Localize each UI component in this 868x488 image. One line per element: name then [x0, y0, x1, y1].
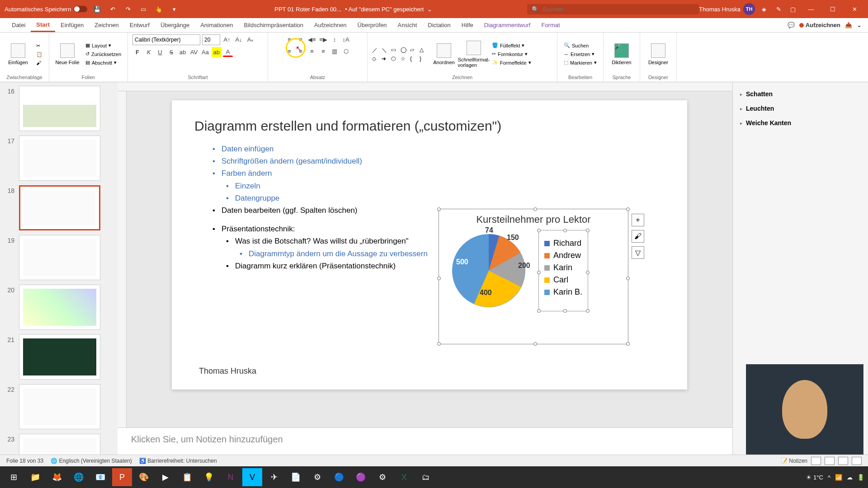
window-icon[interactable]: ▢	[788, 4, 798, 14]
slide-thumbnail[interactable]	[19, 136, 100, 181]
quickstyles-button[interactable]: Schnellformat-vorlagen	[460, 36, 487, 72]
close-button[interactable]: ✕	[845, 0, 863, 18]
tab-zeichnen[interactable]: Zeichnen	[89, 19, 124, 31]
ribbon-collapse-icon[interactable]: ⌄	[857, 22, 862, 28]
minimize-button[interactable]: —	[802, 0, 820, 18]
replace-button[interactable]: ↔ Ersetzen ▾	[562, 50, 599, 58]
bullets-button[interactable]: ≡	[284, 34, 294, 44]
panel-glow[interactable]: ▸Leuchten	[740, 101, 861, 116]
slideshow-view-button[interactable]	[852, 457, 862, 465]
smartart-button[interactable]: ⬡	[341, 46, 351, 56]
italic-button[interactable]: K	[144, 47, 154, 57]
record-button[interactable]: Aufzeichnen	[799, 22, 840, 28]
spacing-button[interactable]: AV	[189, 47, 199, 57]
tab-aufzeichnen[interactable]: Aufzeichnen	[309, 19, 352, 31]
tab-hilfe[interactable]: Hilfe	[456, 19, 479, 31]
increase-font-button[interactable]: A↑	[222, 34, 232, 44]
arrange-button[interactable]: Anordnen	[430, 36, 458, 72]
numbering-button[interactable]: ≡	[296, 34, 306, 44]
title-dropdown-icon[interactable]: ⌄	[427, 6, 432, 13]
slide-thumbnail[interactable]	[19, 334, 100, 380]
slideshow-icon[interactable]: ▭	[138, 4, 149, 14]
pie-chart[interactable]: 74 150 200 400 500	[448, 230, 529, 311]
strike-button[interactable]: S̶	[166, 47, 176, 57]
underline-button[interactable]: U	[155, 47, 165, 57]
designer-button[interactable]: Designer	[645, 36, 672, 72]
outlook-icon[interactable]: 📧	[90, 468, 110, 486]
normal-view-button[interactable]	[811, 457, 821, 465]
comments-icon[interactable]: 💬	[788, 22, 795, 28]
vlc-icon[interactable]: ▶	[156, 468, 175, 486]
share-icon[interactable]: 📤	[845, 22, 852, 28]
powerpoint-icon[interactable]: P	[112, 468, 132, 486]
chart-filter-button[interactable]: ▽	[632, 246, 644, 259]
bullet-list[interactable]: Daten einfügen Schriftgrößen ändern (ges…	[194, 143, 665, 216]
shapes-gallery[interactable]: ／＼▭◯▱△ ◇➜⬡☆{}	[372, 47, 428, 62]
chrome-icon[interactable]: 🌐	[69, 468, 89, 486]
tab-ueberpruefen[interactable]: Überprüfen	[352, 19, 392, 31]
firefox-icon[interactable]: 🦊	[47, 468, 67, 486]
textdir-button[interactable]: ↕A	[341, 34, 351, 44]
tab-start[interactable]: Start	[31, 19, 55, 32]
chart-title[interactable]: Kursteilnehmer pro Lektor	[439, 209, 628, 230]
save-icon[interactable]: 💾	[92, 4, 103, 14]
notes-pane[interactable]: Klicken Sie, um Notizen hinzuzufügen	[118, 427, 732, 455]
sorter-view-button[interactable]	[825, 457, 835, 465]
battery-icon[interactable]: 🔋	[857, 474, 864, 481]
select-button[interactable]: ⬚ Markieren ▾	[562, 59, 599, 66]
pen-icon[interactable]: ✎	[773, 4, 784, 14]
maximize-button[interactable]: ☐	[824, 0, 842, 18]
new-slide-button[interactable]: Neue Folie	[54, 36, 81, 72]
font-name-combo[interactable]: Calibri (Textkörper)	[132, 34, 200, 45]
qat-more-icon[interactable]: ▾	[169, 4, 179, 14]
font-size-combo[interactable]: 20	[202, 34, 220, 45]
diamond-icon[interactable]: ◈	[759, 4, 769, 14]
outline-button[interactable]: ✏ Formkontur ▾	[490, 50, 533, 58]
chart-style-button[interactable]: 🖌	[632, 230, 644, 243]
tab-diagrammentwurf[interactable]: Diagrammentwurf	[479, 19, 536, 31]
linespacing-button[interactable]: ↕	[330, 34, 340, 44]
reading-view-button[interactable]	[838, 457, 848, 465]
font-color-button[interactable]: A	[223, 47, 233, 57]
tab-dictation[interactable]: Dictation	[422, 19, 456, 31]
paste-button[interactable]: Einfügen	[5, 36, 32, 72]
columns-button[interactable]: ▥	[330, 46, 340, 56]
layout-button[interactable]: ▦ Layout ▾	[84, 42, 123, 49]
app-icon[interactable]: 🟣	[351, 468, 371, 486]
tab-entwurf[interactable]: Entwurf	[124, 19, 155, 31]
reset-button[interactable]: ↺ Zurücksetzen	[84, 50, 123, 58]
app-icon[interactable]: 🔵	[329, 468, 349, 486]
app-icon[interactable]: V	[242, 468, 262, 486]
undo-icon[interactable]: ↶	[107, 4, 118, 14]
shadow-button[interactable]: ab	[178, 47, 188, 57]
copy-button[interactable]: 📋	[34, 51, 44, 58]
explorer-icon[interactable]: 📁	[25, 468, 45, 486]
outdent-button[interactable]: ◀≡	[307, 34, 317, 44]
fill-button[interactable]: 🪣 Fülleffekt ▾	[490, 42, 533, 49]
search-input[interactable]	[542, 6, 694, 13]
format-painter-button[interactable]: 🖌	[34, 59, 44, 66]
panel-softedges[interactable]: ▸Weiche Kanten	[740, 116, 861, 130]
case-button[interactable]: Aa	[200, 47, 210, 57]
slide-title[interactable]: Diagramm erstellen und formatieren („cus…	[194, 118, 665, 134]
notes-toggle[interactable]: 📝 Notizen	[781, 458, 807, 464]
tab-uebergaenge[interactable]: Übergänge	[155, 19, 195, 31]
tab-ansicht[interactable]: Ansicht	[392, 19, 423, 31]
effects-button[interactable]: ✨ Formeffekte ▾	[490, 59, 533, 66]
app-icon[interactable]: 📋	[177, 468, 197, 486]
slide-thumbnail[interactable]	[19, 384, 100, 429]
indent-button[interactable]: ≡▶	[318, 34, 328, 44]
user-badge[interactable]: Thomas Hruska TH	[699, 3, 755, 15]
cloud-icon[interactable]: ☁	[847, 474, 853, 481]
align-left-button[interactable]: ≡	[284, 46, 294, 56]
settings-icon[interactable]: ⚙	[373, 468, 392, 486]
slide-thumbnail-active[interactable]	[19, 185, 100, 230]
slide-thumbnail[interactable]	[19, 285, 100, 330]
excel-icon[interactable]: X	[394, 468, 414, 486]
justify-button[interactable]: ≡	[318, 46, 328, 56]
tab-einfuegen[interactable]: Einfügen	[55, 19, 89, 31]
accessibility-status[interactable]: ♿ Barrierefreiheit: Untersuchen	[139, 458, 217, 464]
app-icon[interactable]: ⚙	[307, 468, 327, 486]
search-box[interactable]: 🔍	[527, 4, 699, 14]
dictate-button[interactable]: 🎤Diktieren	[608, 36, 635, 72]
